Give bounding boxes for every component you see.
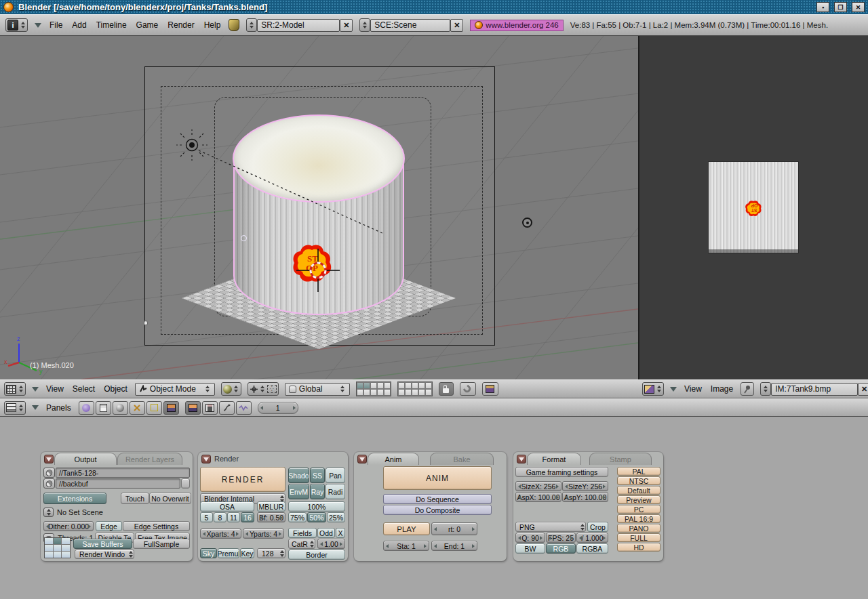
tab-bake[interactable]: Bake [430, 453, 494, 465]
menu-render[interactable]: Render [166, 20, 195, 30]
render-subcontext-button[interactable] [185, 401, 201, 415]
screen-selector[interactable]: SR:2-Model ✕ [246, 18, 353, 32]
preset-pal169-button[interactable]: PAL 16:9 [617, 514, 660, 523]
mode-dropdown[interactable]: Object Mode [135, 383, 215, 396]
layer-buttons-group-2[interactable] [397, 381, 433, 396]
fields-toggle[interactable]: Fields [288, 528, 317, 538]
tab-render-layers[interactable]: Render Layers [117, 453, 182, 465]
tab-output[interactable]: Output [54, 453, 117, 465]
odd-toggle[interactable]: Odd [317, 528, 335, 538]
quality-field[interactable]: Q: 90 [515, 533, 545, 543]
preset-ntsc-button[interactable]: NTSC [617, 476, 660, 485]
empty-object[interactable] [241, 235, 247, 241]
tab-stamp[interactable]: Stamp [589, 453, 652, 465]
menu-timeline[interactable]: Timeline [95, 20, 128, 30]
shading-context-button[interactable] [113, 401, 128, 415]
render-panel-collapse[interactable] [201, 455, 211, 463]
touch-button[interactable]: Touch [121, 493, 149, 504]
render-preview-button[interactable] [482, 382, 498, 396]
shadow-toggle[interactable]: Shado [288, 468, 309, 483]
draw-type-dropdown[interactable] [221, 382, 241, 396]
osa-8-button[interactable]: 8 [214, 512, 226, 522]
octree-dropdown[interactable]: 128 [257, 548, 285, 558]
logic-context-button[interactable] [79, 401, 94, 415]
play-button[interactable]: PLAY [383, 522, 430, 535]
sky-toggle[interactable]: Sky [200, 548, 217, 558]
osa-toggle[interactable]: OSA [200, 501, 254, 512]
layer-buttons-group-1[interactable] [356, 381, 391, 396]
preset-default-button[interactable]: Default [617, 486, 660, 495]
window-type-stepper[interactable] [20, 22, 26, 28]
menu-view[interactable]: View [45, 384, 65, 394]
sound-subcontext-button[interactable] [236, 401, 252, 415]
image-window-type-button[interactable] [642, 382, 664, 396]
aspy-field[interactable]: AspY: 100.00 [562, 492, 608, 502]
xparts-field[interactable]: Xparts: 4 [200, 529, 241, 539]
size-75-button[interactable]: 75% [288, 512, 307, 522]
editing-context-button[interactable] [146, 401, 162, 415]
bw-toggle[interactable]: BW [515, 543, 545, 554]
scene-context-button[interactable] [163, 401, 179, 415]
output-path-browse-button[interactable] [43, 468, 55, 478]
backbuf-toggle-button[interactable] [181, 478, 190, 489]
output-path-field[interactable]: //Tank5-128- [56, 468, 190, 478]
sss-toggle[interactable]: SS [310, 468, 325, 483]
format-panel-collapse[interactable] [517, 455, 526, 463]
anim-panel-collapse[interactable] [357, 455, 367, 463]
viewport-window-type-button[interactable] [4, 382, 26, 396]
scene-delete-button[interactable]: ✕ [450, 19, 463, 32]
maximize-button[interactable]: ❐ [834, 2, 847, 12]
game-framing-button[interactable]: Game framing settings [515, 467, 608, 477]
menu-panels[interactable]: Panels [45, 403, 73, 413]
end-frame-field[interactable]: End: 1 [431, 541, 477, 551]
premul-toggle[interactable]: Premul [218, 548, 239, 558]
size-25-button[interactable]: 25% [327, 512, 345, 522]
image-selector[interactable]: IM:7Tank9.bmp ✕ [760, 382, 868, 396]
transform-widget-button[interactable]: ⁛ [248, 382, 279, 396]
menu-game[interactable]: Game [135, 20, 160, 30]
menu-select[interactable]: Select [71, 384, 96, 394]
render-window-dropdown[interactable]: Render Windo [75, 550, 134, 559]
preset-preview-button[interactable]: Preview [617, 495, 660, 504]
lock-layers-button[interactable] [439, 382, 454, 396]
menu-object[interactable]: Object [102, 384, 129, 394]
start-frame-field[interactable]: Sta: 1 [383, 541, 429, 551]
image-name-field[interactable]: IM:7Tank9.bmp [771, 383, 858, 396]
object-center-dot[interactable] [522, 218, 532, 228]
filter-dropdown[interactable]: CatR [288, 539, 315, 549]
preset-hd-button[interactable]: HD [617, 543, 660, 552]
sequencer-subcontext-button[interactable] [202, 401, 218, 415]
image-editor[interactable]: ST OP [638, 36, 868, 379]
tab-format[interactable]: Format [527, 453, 581, 465]
scene-field[interactable]: SCE:Scene [370, 19, 450, 32]
menu-add[interactable]: Add [71, 20, 87, 30]
preset-pal-button[interactable]: PAL [617, 467, 660, 476]
anim-button[interactable]: ANIM [383, 466, 492, 490]
dither-field[interactable]: Dither: 0.000 [43, 521, 94, 531]
render-window-position-grid[interactable] [44, 537, 71, 558]
preset-pc-button[interactable]: PC [617, 505, 660, 514]
output-panel-collapse[interactable] [44, 455, 54, 463]
extensions-button[interactable]: Extensions [43, 493, 106, 504]
set-scene-dropdown[interactable] [43, 508, 54, 517]
screen-delete-button[interactable]: ✕ [340, 19, 353, 32]
buttons-window-type-button[interactable] [4, 401, 26, 415]
orientation-dropdown[interactable]: Global [285, 383, 350, 396]
edge-button[interactable]: Edge [96, 521, 122, 531]
osa-11-button[interactable]: 11 [227, 512, 240, 522]
border-toggle[interactable]: Border [288, 550, 345, 560]
render-button[interactable]: RENDER [200, 467, 285, 492]
script-context-button[interactable] [96, 401, 111, 415]
screen-field[interactable]: SR:2-Model [257, 19, 340, 32]
filter-size-field[interactable]: 1.00 [317, 539, 345, 549]
size-50-button[interactable]: 50% [307, 512, 326, 522]
backbuf-path-field[interactable]: //backbuf [56, 478, 180, 489]
close-button[interactable]: ✕ [852, 2, 865, 12]
rt-field[interactable]: rt: 0 [431, 522, 477, 535]
menu-help[interactable]: Help [203, 20, 222, 30]
image-delete-button[interactable]: ✕ [858, 383, 868, 396]
viewport-3d[interactable]: ST OP [0, 36, 638, 379]
filetype-dropdown[interactable]: PNG [515, 522, 586, 532]
window-type-button[interactable]: i [5, 18, 28, 32]
save-buffers-button[interactable]: Save Buffers [73, 539, 132, 549]
